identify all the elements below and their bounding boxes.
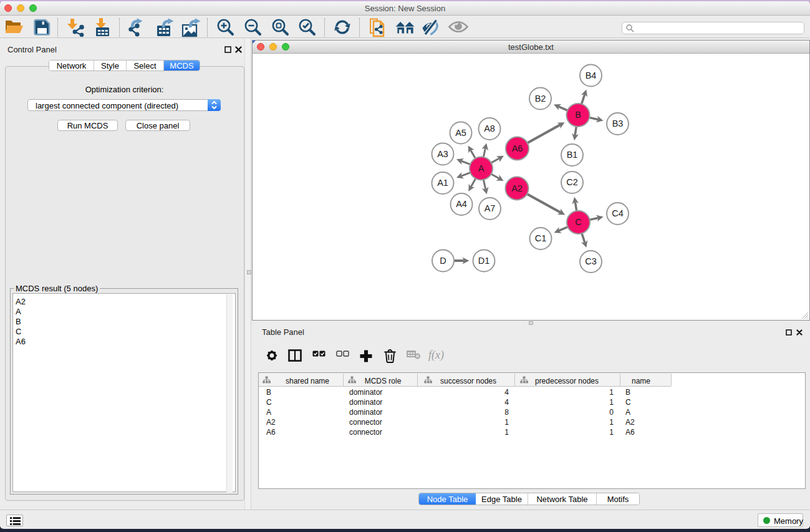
svg-text:D1: D1 <box>478 256 490 266</box>
svg-text:A: A <box>478 163 485 173</box>
svg-text:A3: A3 <box>437 149 448 159</box>
svg-text:A6: A6 <box>512 143 523 153</box>
svg-text:B: B <box>575 110 581 120</box>
svg-text:A4: A4 <box>456 199 467 209</box>
svg-text:B2: B2 <box>535 94 546 104</box>
svg-text:A8: A8 <box>484 123 495 133</box>
svg-text:A1: A1 <box>437 178 448 188</box>
svg-text:A5: A5 <box>455 128 466 138</box>
svg-text:D: D <box>440 256 446 266</box>
svg-text:C1: C1 <box>535 233 547 243</box>
svg-text:C4: C4 <box>612 208 624 218</box>
svg-text:B4: B4 <box>586 70 597 80</box>
svg-text:A2: A2 <box>511 183 523 193</box>
svg-text:C: C <box>575 217 581 227</box>
svg-text:B3: B3 <box>612 118 624 128</box>
svg-text:A7: A7 <box>485 203 496 213</box>
svg-text:C2: C2 <box>566 177 578 187</box>
svg-text:C3: C3 <box>585 256 597 266</box>
svg-text:B1: B1 <box>567 150 578 160</box>
